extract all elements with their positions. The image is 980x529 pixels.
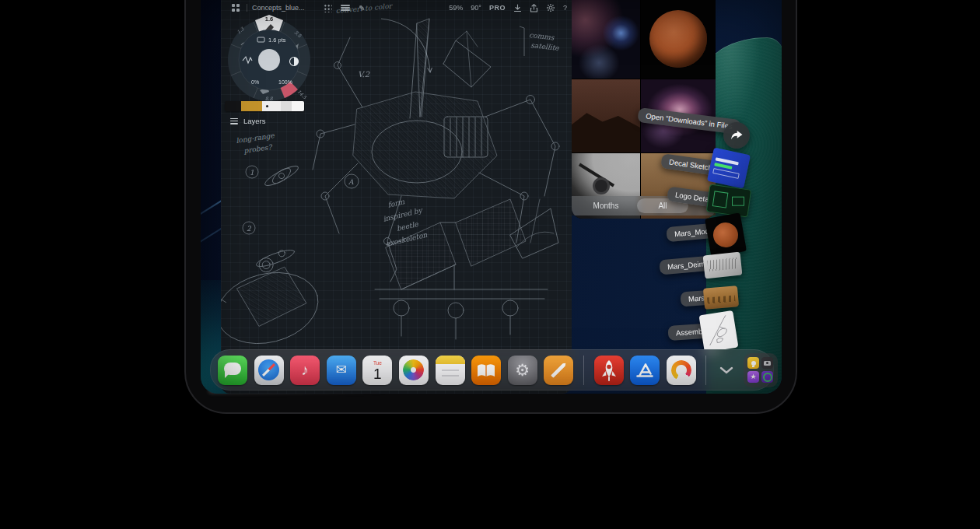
gear-icon: ⚙ <box>515 361 530 380</box>
notes-line <box>442 375 459 377</box>
dock-app-appstore[interactable] <box>630 356 660 385</box>
mini-tips-icon <box>747 357 759 369</box>
layers-menu-icon[interactable] <box>230 117 238 125</box>
rocket-icon <box>594 356 624 385</box>
rotation-value[interactable]: 90° <box>471 4 481 12</box>
annotation-comms: comms <box>529 31 555 41</box>
notes-header <box>436 356 465 364</box>
compass-icon <box>258 359 279 380</box>
notes-line <box>442 370 459 371</box>
photo-nebula[interactable] <box>572 0 640 79</box>
annotation-v2: V.2 <box>358 70 370 79</box>
concepts-toolbar: Concepts_blue... ✎ 59% 90° PRO ? <box>221 0 572 16</box>
annotation-marker-a: A <box>348 178 354 186</box>
swatch-gold[interactable] <box>241 101 262 111</box>
color-knob[interactable] <box>258 49 280 71</box>
drag-thumbnail-assembly[interactable] <box>699 310 739 352</box>
pen-nib-icon[interactable]: ✎ <box>356 2 369 13</box>
annotation-beetle: beetle <box>396 220 419 233</box>
mini-star-icon: ★ <box>747 371 759 383</box>
photo-mars-planet[interactable] <box>641 0 716 79</box>
annotation-form: form <box>387 198 406 209</box>
help-button[interactable]: ? <box>563 4 567 12</box>
dock-app-photos[interactable] <box>399 356 429 385</box>
concepts-c-icon <box>671 360 691 380</box>
dock-divider <box>583 356 584 385</box>
photos-flower-icon <box>403 359 424 380</box>
music-note-icon: ♪ <box>301 362 309 379</box>
layer-stack-icon[interactable] <box>339 2 352 13</box>
photo-mars-surface[interactable] <box>572 79 640 152</box>
dots-grid-icon[interactable] <box>322 2 334 13</box>
app-grid-icon[interactable] <box>229 2 242 13</box>
mini-camera-icon <box>761 357 773 369</box>
dock-app-library[interactable]: ★ <box>744 353 778 387</box>
layers-label: Layers <box>243 117 266 125</box>
dock-app-messages[interactable] <box>218 356 247 385</box>
forward-arrow-icon <box>730 129 744 142</box>
swatch-white-selected[interactable] <box>262 101 281 111</box>
dock-app-notes[interactable] <box>436 356 465 385</box>
annotation-satellite: satellite <box>530 41 560 52</box>
dock-app-linea-sketch[interactable] <box>544 356 573 385</box>
document-title[interactable]: Concepts_blue... <box>252 4 305 12</box>
envelope-icon: ✉ <box>336 362 347 378</box>
concepts-app-window: convert to color comms satellite V.2 lon… <box>221 0 572 394</box>
stroke-size-value: 1.6 pts <box>268 37 286 44</box>
swatch-white[interactable] <box>292 101 304 111</box>
active-tool-size: 1.6 <box>265 16 273 23</box>
zoom-level[interactable]: 59% <box>449 4 463 12</box>
layers-control[interactable]: Layers <box>230 117 266 125</box>
dock: ♪ ✉ Tue 1 ⚙ <box>210 349 774 391</box>
opacity-min-label: 0% <box>251 79 259 85</box>
tool-wheel[interactable]: 1.6 1.3 3.5 14.5 8.8 1.6 pts 0% 100% <box>226 14 313 103</box>
dock-chevron-down[interactable] <box>716 356 737 385</box>
dock-app-mail[interactable]: ✉ <box>327 356 356 385</box>
calendar-day: 1 <box>373 366 382 382</box>
pro-badge[interactable]: PRO <box>489 4 506 12</box>
drag-thumbnail-mars-deimos[interactable] <box>703 252 743 279</box>
color-swatch-bar[interactable] <box>225 101 304 111</box>
ipad-screen: convert to color comms satellite V.2 lon… <box>201 0 782 394</box>
settings-gear-icon[interactable] <box>546 3 555 12</box>
drag-thumbnail-logo-detail[interactable] <box>706 184 751 217</box>
dock-app-books[interactable] <box>471 356 501 385</box>
annotation-probes: probes? <box>243 143 273 155</box>
dock-app-calendar[interactable]: Tue 1 <box>362 356 392 385</box>
dock-app-safari[interactable] <box>254 356 284 385</box>
annotation-marker-2: 2 <box>247 225 252 233</box>
dock-app-settings[interactable]: ⚙ <box>508 356 537 385</box>
dock-app-concepts[interactable] <box>667 356 696 385</box>
ring-size-14-5: 14.5 <box>296 89 308 100</box>
toolbar-divider <box>247 4 247 12</box>
drag-thumbnail-mars[interactable] <box>703 286 739 310</box>
annotation-marker-1: 1 <box>250 169 254 177</box>
drag-thumbnail-mars-model[interactable] <box>705 212 747 257</box>
dock-app-rocket[interactable] <box>594 356 624 385</box>
appstore-a-icon <box>630 356 660 385</box>
dock-divider <box>705 356 706 385</box>
share-icon[interactable] <box>530 4 538 12</box>
pen-icon <box>551 362 567 378</box>
swatch-black[interactable] <box>225 101 241 111</box>
segment-all-label: All <box>658 201 667 210</box>
download-icon[interactable] <box>513 4 522 12</box>
segment-months[interactable]: Months <box>572 201 640 210</box>
chevron-down-icon <box>719 366 733 374</box>
ring-size-8-8: 8.8 <box>265 96 274 101</box>
share-forward-button[interactable] <box>723 122 750 149</box>
open-book-icon <box>471 356 501 385</box>
swatch-light-gray[interactable] <box>281 101 292 111</box>
opacity-max-label: 100% <box>278 79 292 85</box>
mini-podcasts-icon <box>761 371 773 383</box>
dock-app-music[interactable]: ♪ <box>290 356 320 385</box>
chat-bubble-icon <box>224 363 241 375</box>
